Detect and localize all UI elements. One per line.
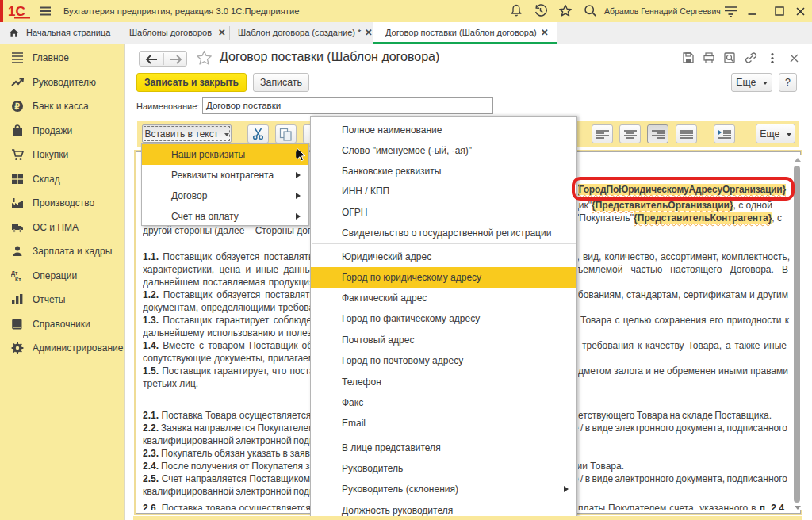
svg-text:Дт: Дт bbox=[11, 270, 18, 277]
svg-text:Кт: Кт bbox=[15, 277, 21, 282]
svg-text:1С: 1С bbox=[8, 4, 25, 19]
svg-text:₽: ₽ bbox=[15, 102, 21, 111]
